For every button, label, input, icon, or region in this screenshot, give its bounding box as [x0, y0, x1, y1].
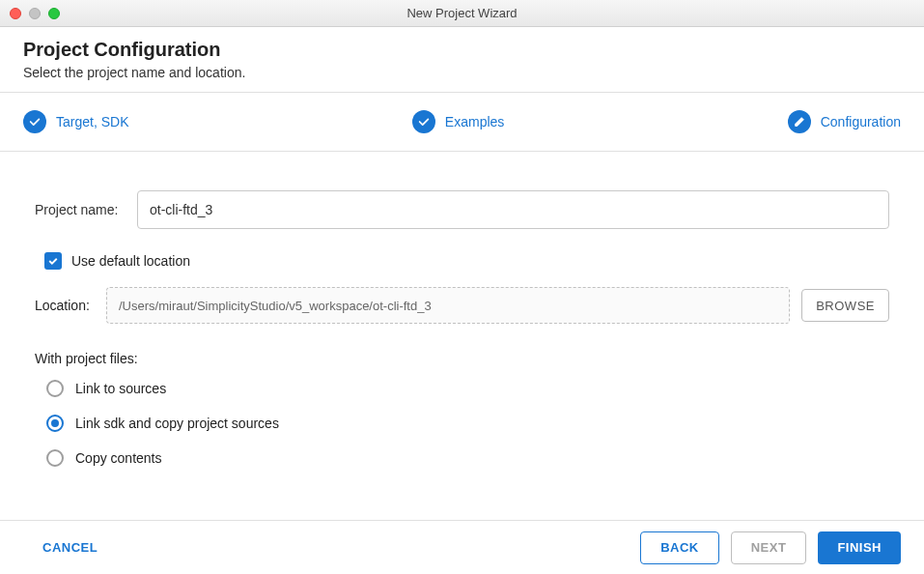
step-configuration[interactable]: Configuration: [788, 110, 901, 133]
titlebar: New Project Wizard: [0, 0, 924, 27]
radio-label: Link to sources: [75, 381, 166, 396]
location-value: /Users/miraut/SimplicityStudio/v5_worksp…: [119, 299, 432, 313]
window-zoom-button[interactable]: [48, 8, 60, 19]
cancel-button[interactable]: CANCEL: [23, 531, 117, 564]
location-row: Location: /Users/miraut/SimplicityStudio…: [35, 287, 889, 324]
traffic-lights: [10, 8, 60, 19]
radio-label: Copy contents: [75, 450, 162, 466]
pencil-icon: [788, 110, 811, 133]
with-project-files-label: With project files:: [35, 351, 889, 366]
radio-link-sdk-copy[interactable]: Link sdk and copy project sources: [46, 415, 889, 432]
next-button: NEXT: [731, 531, 807, 564]
radio-unchecked-icon: [46, 380, 64, 397]
use-default-location-row[interactable]: Use default location: [44, 252, 889, 270]
project-files-radio-group: Link to sources Link sdk and copy projec…: [35, 380, 889, 467]
check-icon: [412, 110, 435, 133]
radio-copy-contents[interactable]: Copy contents: [46, 449, 889, 467]
location-input: /Users/miraut/SimplicityStudio/v5_worksp…: [106, 287, 790, 324]
stepper: Target, SDK Examples Configuration: [0, 93, 924, 152]
footer: CANCEL BACK NEXT FINISH: [0, 520, 924, 574]
radio-label: Link sdk and copy project sources: [75, 416, 279, 431]
page-subtitle: Select the project name and location.: [23, 65, 901, 80]
window-close-button[interactable]: [10, 8, 21, 19]
page-title: Project Configuration: [23, 39, 901, 61]
checkbox-checked-icon[interactable]: [44, 252, 62, 270]
browse-button[interactable]: BROWSE: [801, 289, 889, 322]
check-icon: [23, 110, 46, 133]
project-name-label: Project name:: [35, 202, 124, 217]
location-label: Location:: [35, 298, 95, 313]
back-button[interactable]: BACK: [640, 531, 719, 564]
form-area: Project name: Use default location Locat…: [0, 152, 924, 486]
step-target-sdk[interactable]: Target, SDK: [23, 110, 128, 133]
radio-link-to-sources[interactable]: Link to sources: [46, 380, 889, 397]
radio-checked-icon: [46, 415, 64, 432]
step-label: Configuration: [821, 114, 901, 129]
use-default-location-label: Use default location: [71, 253, 190, 269]
radio-unchecked-icon: [46, 449, 64, 467]
header: Project Configuration Select the project…: [0, 27, 924, 93]
finish-button[interactable]: FINISH: [818, 531, 901, 564]
step-examples[interactable]: Examples: [412, 110, 504, 133]
step-label: Examples: [445, 114, 504, 129]
window-title: New Project Wizard: [10, 6, 914, 20]
window-minimize-button[interactable]: [29, 8, 41, 19]
project-name-input[interactable]: [137, 190, 889, 229]
project-name-row: Project name:: [35, 190, 889, 229]
step-label: Target, SDK: [56, 114, 128, 129]
